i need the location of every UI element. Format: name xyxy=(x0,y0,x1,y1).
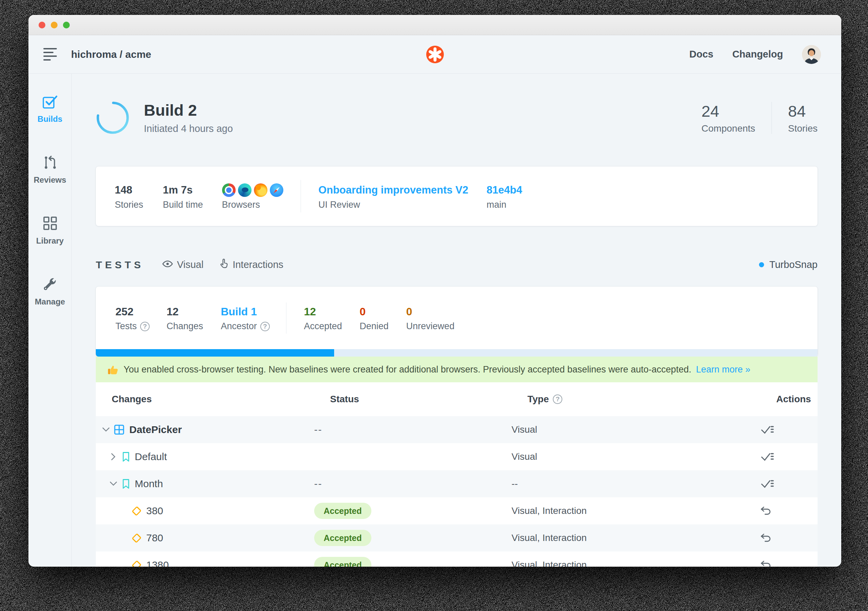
row-actions-cell xyxy=(760,533,818,543)
interaction-tests-tab[interactable]: Interactions xyxy=(220,258,284,271)
sidebar-item-library[interactable]: Library xyxy=(36,216,64,246)
build-progress-spinner xyxy=(96,101,130,135)
chrome-icon xyxy=(222,183,236,197)
header-nav: Docs Changelog xyxy=(689,45,821,64)
batch-accept-icon[interactable] xyxy=(760,478,818,489)
summary-stories-value: 148 xyxy=(115,183,143,198)
row-status-cell: -- xyxy=(314,478,512,490)
batch-accept-icon[interactable] xyxy=(760,424,818,435)
turbosnap-indicator[interactable]: TurboSnap xyxy=(759,259,818,270)
unreviewed-count: 0 xyxy=(406,304,455,319)
sidebar-label: Reviews xyxy=(34,175,66,185)
fullscreen-button[interactable] xyxy=(63,22,70,28)
builds-icon xyxy=(42,95,58,110)
sidebar-toggle-icon[interactable] xyxy=(43,48,57,60)
summary-stories-label: Stories xyxy=(115,200,143,210)
row-name-cell: Default xyxy=(96,451,314,463)
row-actions-cell xyxy=(760,424,818,435)
stories-count: 84 xyxy=(788,102,818,121)
sidebar: Builds Reviews xyxy=(28,74,72,567)
table-row[interactable]: Default -- Visual xyxy=(96,443,818,470)
divider xyxy=(286,302,287,334)
build-time-value: 1m 7s xyxy=(163,183,203,198)
tests-section-bar: TESTS Visual xyxy=(96,258,818,271)
status-empty: -- xyxy=(314,478,322,489)
nav-docs-link[interactable]: Docs xyxy=(689,49,713,60)
row-type-cell: Visual xyxy=(512,424,760,435)
tests-section-title: TESTS xyxy=(96,259,144,271)
chevron-down-icon[interactable] xyxy=(108,481,119,486)
components-count: 24 xyxy=(701,102,755,121)
app-window: hichroma / acme Docs Changelog xyxy=(28,15,841,567)
table-row[interactable]: 780 -- Accepted Visual, Interaction xyxy=(96,524,818,551)
row-label: 780 xyxy=(146,532,163,544)
minimize-button[interactable] xyxy=(51,22,57,28)
column-header-changes: Changes xyxy=(112,394,330,405)
row-label: Month xyxy=(135,478,163,490)
row-label: DatePicker xyxy=(129,424,182,435)
table-row[interactable]: 1380 -- Accepted Visual, Interaction xyxy=(96,551,818,567)
row-actions-cell xyxy=(760,560,818,567)
undo-icon[interactable] xyxy=(760,533,818,543)
row-status-cell: -- Accepted xyxy=(314,503,512,519)
sidebar-item-manage[interactable]: Manage xyxy=(35,277,65,306)
denied-label: Denied xyxy=(360,321,389,331)
build-summary-card: 148 Stories 1m 7s Build time xyxy=(96,167,818,226)
divider xyxy=(772,102,772,134)
status-accepted-badge: Accepted xyxy=(314,530,371,546)
row-status-cell: -- xyxy=(314,424,512,435)
sidebar-item-builds[interactable]: Builds xyxy=(37,95,62,124)
brand-logo-icon[interactable] xyxy=(426,46,444,63)
commit-link[interactable]: 81e4b4 xyxy=(487,183,522,198)
library-icon xyxy=(43,216,57,232)
row-type-cell: Visual xyxy=(512,451,760,462)
row-label: Default xyxy=(135,451,167,463)
stories-label: Stories xyxy=(788,123,818,134)
build-header: Build 2 Initiated 4 hours ago 24 Compone… xyxy=(96,101,818,135)
cross-browser-banner: You enabled cross-browser testing. New b… xyxy=(96,357,818,382)
table-row[interactable]: 380 -- Accepted Visual, Interaction xyxy=(96,497,818,524)
batch-accept-icon[interactable] xyxy=(760,451,818,462)
review-progress-bar xyxy=(96,349,818,357)
row-type-cell: Visual, Interaction xyxy=(512,560,760,567)
denied-count: 0 xyxy=(360,304,389,319)
row-status-cell: -- Accepted xyxy=(314,557,512,567)
turbosnap-dot-icon xyxy=(759,262,764,267)
status-accepted-badge: Accepted xyxy=(314,503,371,519)
tests-count: 252 xyxy=(115,304,150,319)
undo-icon[interactable] xyxy=(760,560,818,567)
ancestor-label: Ancestor xyxy=(221,321,257,331)
row-actions-cell xyxy=(760,451,818,462)
accepted-count: 12 xyxy=(304,304,342,319)
table-row[interactable]: DatePicker -- Visual xyxy=(96,416,818,443)
help-icon[interactable]: ? xyxy=(260,322,270,331)
tests-label: Tests xyxy=(115,321,137,331)
sidebar-item-reviews[interactable]: Reviews xyxy=(34,155,66,185)
status-accepted-badge: Accepted xyxy=(314,557,371,567)
table-row[interactable]: Month -- -- xyxy=(96,470,818,497)
workspace-breadcrumb[interactable]: hichroma / acme xyxy=(71,49,151,60)
titlebar xyxy=(28,15,841,35)
close-button[interactable] xyxy=(39,22,45,28)
app-header: hichroma / acme Docs Changelog xyxy=(28,35,841,74)
ancestor-build-link[interactable]: Build 1 xyxy=(221,304,270,319)
row-name-cell: DatePicker xyxy=(96,424,314,435)
column-header-actions: Actions xyxy=(776,394,818,405)
pointer-hand-icon xyxy=(220,258,228,271)
banner-learn-more-link[interactable]: Learn more » xyxy=(696,364,750,375)
help-icon[interactable]: ? xyxy=(140,322,150,331)
snapshot-diamond-icon xyxy=(132,533,141,543)
row-name-cell: 780 xyxy=(96,532,314,544)
chevron-down-icon[interactable] xyxy=(100,427,112,432)
unreviewed-label: Unreviewed xyxy=(406,321,455,331)
table-rows: DatePicker -- Visual xyxy=(96,416,818,567)
undo-icon[interactable] xyxy=(760,506,818,516)
help-icon[interactable]: ? xyxy=(553,394,562,404)
build-subtitle: Initiated 4 hours ago xyxy=(144,123,233,134)
branch-title-link[interactable]: Onboarding improvements V2 xyxy=(319,183,468,198)
chevron-right-icon[interactable] xyxy=(108,453,119,461)
user-avatar[interactable] xyxy=(802,45,821,64)
nav-changelog-link[interactable]: Changelog xyxy=(732,49,783,60)
visual-tests-tab[interactable]: Visual xyxy=(162,259,203,270)
changes-count: 12 xyxy=(167,304,203,319)
